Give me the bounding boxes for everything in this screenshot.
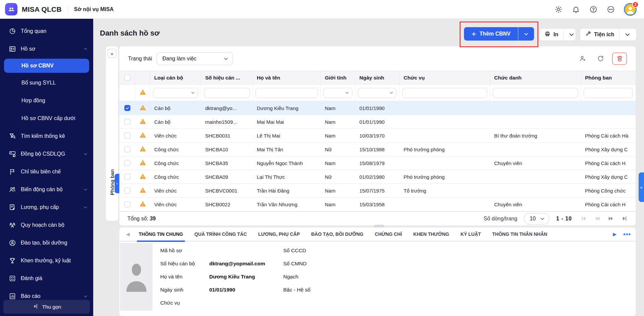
column-header[interactable]: Chức danh xyxy=(490,71,581,84)
expand-panel-button[interactable]: » xyxy=(108,49,116,58)
last-page-icon[interactable] xyxy=(622,216,628,221)
first-page-icon[interactable] xyxy=(581,216,586,221)
chevron-up-icon xyxy=(83,47,88,51)
sidebar-subitem[interactable]: Hồ sơ CBNV cấp dưới xyxy=(0,109,93,127)
tab-item[interactable]: THÔNG TIN THÂN NHÂN xyxy=(492,227,547,241)
tabs-more-icon[interactable]: ••• xyxy=(623,230,631,238)
filter-select[interactable] xyxy=(324,88,352,98)
settings-icon[interactable] xyxy=(554,5,563,14)
previous-page-icon[interactable] xyxy=(594,216,600,221)
sidebar-item-label: Tìm kiếm thống kê xyxy=(21,133,88,139)
sidebar-subitem[interactable]: Hợp đồng xyxy=(0,92,93,109)
table-row[interactable]: Viên chứcSHCB0022Trần Văn NhượngNam15/03… xyxy=(119,198,636,211)
tabs-scroll-left-icon[interactable]: ◀ xyxy=(123,231,133,237)
tabs-scroll-right-icon[interactable]: ▶ xyxy=(613,231,617,237)
filter-input[interactable] xyxy=(584,88,633,98)
employee-view-icon[interactable] xyxy=(576,53,589,65)
overview-icon xyxy=(9,28,16,35)
table-cell xyxy=(400,101,490,115)
table-cell: Nguyễn Ngọc Thành xyxy=(253,156,321,170)
print-button[interactable]: In xyxy=(539,28,576,41)
sidebar-item-search-stats[interactable]: Tìm kiếm thống kê xyxy=(0,127,93,145)
column-header[interactable]: Giới tính xyxy=(321,71,355,84)
table-cell: Mai Thị Tân xyxy=(253,143,321,156)
app-logo-icon[interactable] xyxy=(5,3,17,15)
refresh-icon[interactable] xyxy=(594,53,607,65)
select-all-checkbox[interactable] xyxy=(124,75,130,81)
filter-input[interactable] xyxy=(255,88,318,98)
tab-active[interactable]: THÔNG TIN CHUNG xyxy=(139,227,183,241)
tab-item[interactable]: CHỨNG CHỈ xyxy=(375,227,402,241)
user-avatar[interactable]: 2 xyxy=(624,3,637,16)
table-cell: 10/03/1970 xyxy=(355,129,400,142)
sidebar-item-flag[interactable]: Chỉ tiêu biên chế xyxy=(0,163,93,180)
more-icon[interactable] xyxy=(606,5,615,14)
tab-item[interactable]: KỶ LUẬT xyxy=(461,227,481,241)
print-dropdown[interactable] xyxy=(564,29,580,41)
tab-item[interactable]: LƯƠNG, PHỤ CẤP xyxy=(258,227,300,241)
rows-per-page-select[interactable]: 10 xyxy=(524,213,549,224)
column-header[interactable]: Loại cán bộ xyxy=(150,71,201,84)
sidebar-item-award[interactable]: Khen thưởng, kỷ luật xyxy=(0,252,93,269)
filter-input[interactable] xyxy=(402,88,487,98)
table-row[interactable]: Công chứcSHCBA35Nguyễn Ngọc ThànhNam15/0… xyxy=(119,156,636,170)
row-checkbox[interactable] xyxy=(124,188,130,194)
rows-per-page-label: Số dòng/trang xyxy=(484,216,518,222)
row-checkbox[interactable] xyxy=(124,201,130,207)
filter-select[interactable] xyxy=(358,88,397,98)
row-checkbox[interactable] xyxy=(124,119,130,125)
sidebar-item-salary[interactable]: Lương, phụ cấp xyxy=(0,198,93,216)
chevron-down-icon xyxy=(83,205,88,210)
table-row[interactable]: Công chứcSHCBA10Mai Thị TânNữ15/10/1988P… xyxy=(119,143,636,156)
sidebar-item-training[interactable]: Đào tạo, bồi dưỡng xyxy=(0,234,93,252)
add-cbnv-button[interactable]: Thêm CBNV xyxy=(464,27,534,41)
sidebar-item-sync[interactable]: Đồng bộ CSDLQG xyxy=(0,145,93,163)
delete-icon[interactable] xyxy=(612,53,627,65)
sidebar-subitem[interactable]: Hồ sơ CBNV xyxy=(4,59,89,73)
utilities-dropdown[interactable] xyxy=(620,29,636,41)
help-icon[interactable] xyxy=(589,5,598,14)
filter-input[interactable] xyxy=(493,88,578,98)
row-checkbox[interactable] xyxy=(124,174,130,180)
row-checkbox[interactable] xyxy=(124,133,130,139)
table-row[interactable]: Viên chứcSHCB0031Lê Thị MaiNam10/03/1970… xyxy=(119,129,636,143)
column-header[interactable]: Ngày sinh xyxy=(355,71,400,84)
notifications-icon[interactable] xyxy=(572,5,580,14)
table-row[interactable]: Viên chứcSHCBVC0001Trần Hải ĐăngNam15/07… xyxy=(119,184,636,198)
collapse-sidebar-button[interactable]: Thu gọn xyxy=(3,300,90,314)
status-select[interactable]: Đang làm việc xyxy=(157,52,233,65)
tab-item[interactable]: KHEN THƯỞNG xyxy=(413,227,449,241)
tab-item[interactable]: ĐÀO TẠO, BỒI DƯỠNG xyxy=(311,227,363,241)
sidebar-item-label: Đào tạo, bồi dưỡng xyxy=(21,240,88,246)
column-header[interactable]: Phòng ban xyxy=(581,71,636,84)
sidebar-item-evaluation[interactable]: Đánh giá xyxy=(0,269,93,287)
filter-select[interactable] xyxy=(153,88,198,98)
column-header[interactable]: Họ và tên xyxy=(253,71,321,84)
sidebar-item-profile[interactable]: Hồ sơ xyxy=(0,40,93,58)
sidebar-subitem[interactable]: Bổ sung SYLL xyxy=(0,74,93,92)
sidebar-item-planning[interactable]: Quy hoạch cán bộ xyxy=(0,216,93,234)
row-checkbox[interactable] xyxy=(124,160,130,166)
table-row[interactable]: Cán bộmainho1509...Mai Mai MaiNam01/01/1… xyxy=(119,115,636,129)
column-header[interactable]: Số hiệu cán ... xyxy=(201,71,253,84)
sidebar-item-people-change[interactable]: Biến động cán bộ xyxy=(0,180,93,198)
next-page-icon[interactable] xyxy=(608,216,614,221)
row-checkbox[interactable] xyxy=(124,146,130,152)
warning-filter-icon[interactable] xyxy=(139,89,146,97)
filter-input[interactable] xyxy=(204,88,250,98)
column-header[interactable]: Chức vụ xyxy=(400,71,490,84)
chevron-down-icon xyxy=(83,187,88,192)
sidebar-item-overview[interactable]: Tổng quan xyxy=(0,22,93,40)
table-row[interactable]: Cán bộdktrang@yo...Dương Kiều TrangNam01… xyxy=(119,101,636,115)
table-cell xyxy=(400,198,490,211)
right-panel-expander[interactable]: « xyxy=(639,172,644,202)
row-checkbox[interactable] xyxy=(124,105,130,111)
table-cell: Lại Thị Thực xyxy=(253,170,321,183)
table-filter-row xyxy=(119,85,636,101)
utilities-button[interactable]: Tiện ích xyxy=(580,28,637,41)
panel-toggle-tab[interactable]: ‹ xyxy=(115,174,119,193)
add-cbnv-dropdown[interactable] xyxy=(518,27,534,41)
table-row[interactable]: Công chứcSHCBA09Lại Thị ThựcNữ01/02/1980… xyxy=(119,170,636,184)
table-cell: SHCBA10 xyxy=(201,143,253,156)
tab-item[interactable]: QUÁ TRÌNH CÔNG TÁC xyxy=(194,227,247,241)
